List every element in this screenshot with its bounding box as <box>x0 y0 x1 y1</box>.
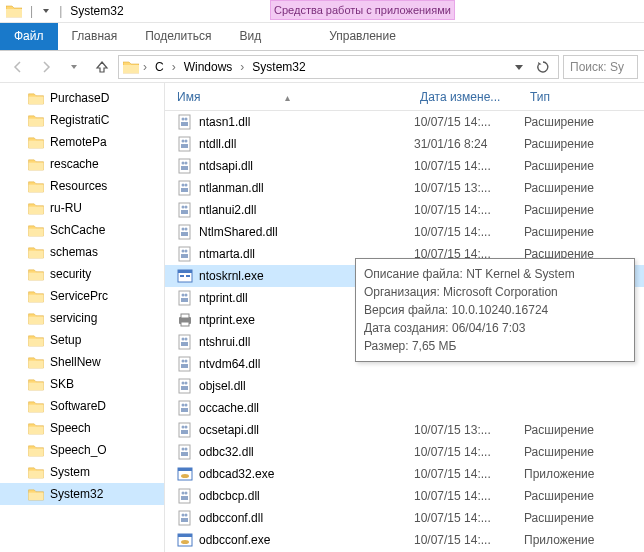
crumb-system32[interactable]: System32 <box>248 58 309 76</box>
crumb-c[interactable]: C <box>151 58 168 76</box>
sort-indicator-icon: ▴ <box>285 92 290 103</box>
col-header-type[interactable]: Тип <box>530 90 644 104</box>
file-row[interactable]: odbcad32.exe10/07/15 14:...Приложение <box>165 463 644 485</box>
file-row[interactable]: NtlmShared.dll10/07/15 14:...Расширение <box>165 221 644 243</box>
dll-file-icon <box>177 246 193 262</box>
tree-folder-item[interactable]: ServicePrc <box>0 285 164 307</box>
tab-share[interactable]: Поделиться <box>131 23 225 50</box>
file-row[interactable]: ntdll.dll31/01/16 8:24Расширение <box>165 133 644 155</box>
file-name: ntoskrnl.exe <box>199 269 264 283</box>
file-name: odbcconf.dll <box>199 511 263 525</box>
tree-item-label: RegistratiC <box>50 113 109 127</box>
ribbon-tabs: Файл Главная Поделиться Вид Управление <box>0 23 644 51</box>
file-type: Приложение <box>524 467 644 481</box>
file-date: 10/07/15 14:... <box>414 115 524 129</box>
folder-icon <box>28 136 44 149</box>
tree-item-label: System <box>50 465 90 479</box>
nav-back-button[interactable] <box>6 55 30 79</box>
folder-tree: PurchaseDRegistratiCRemoteParescacheReso… <box>0 83 165 552</box>
col-header-name[interactable]: Имя ▴ <box>165 90 420 104</box>
file-name: odbcad32.exe <box>199 467 274 481</box>
tree-folder-item[interactable]: schemas <box>0 241 164 263</box>
tree-folder-item[interactable]: PurchaseD <box>0 87 164 109</box>
chevron-icon[interactable]: › <box>141 60 149 74</box>
exe-file-icon <box>177 268 193 284</box>
folder-icon <box>28 334 44 347</box>
title-divider: | <box>28 4 35 18</box>
tree-folder-item[interactable]: Speech_O <box>0 439 164 461</box>
tree-folder-item[interactable]: Setup <box>0 329 164 351</box>
chevron-icon[interactable]: › <box>238 60 246 74</box>
dll-file-icon <box>177 290 193 306</box>
tree-folder-item[interactable]: System32 <box>0 483 164 505</box>
dll-file-icon <box>177 114 193 130</box>
tree-item-label: Resources <box>50 179 107 193</box>
file-name: ntasn1.dll <box>199 115 250 129</box>
tree-item-label: RemotePa <box>50 135 107 149</box>
nav-up-button[interactable] <box>90 55 114 79</box>
search-placeholder: Поиск: Sy <box>570 60 624 74</box>
file-name: occache.dll <box>199 401 259 415</box>
file-date: 10/07/15 14:... <box>414 203 524 217</box>
file-type: Расширение <box>524 423 644 437</box>
address-dropdown-button[interactable] <box>508 56 530 78</box>
file-row[interactable]: ntlanman.dll10/07/15 13:...Расширение <box>165 177 644 199</box>
tree-folder-item[interactable]: RemotePa <box>0 131 164 153</box>
tree-folder-item[interactable]: rescache <box>0 153 164 175</box>
chevron-icon[interactable]: › <box>170 60 178 74</box>
file-row[interactable]: objsel.dll <box>165 375 644 397</box>
ribbon-context-header: Средства работы с приложениями <box>270 0 455 20</box>
file-row[interactable]: ntdsapi.dll10/07/15 14:...Расширение <box>165 155 644 177</box>
tree-item-label: ru-RU <box>50 201 82 215</box>
tab-view[interactable]: Вид <box>225 23 275 50</box>
nav-bar: › C › Windows › System32 Поиск: Sy <box>0 51 644 83</box>
file-date: 10/07/15 14:... <box>414 467 524 481</box>
tree-folder-item[interactable]: RegistratiC <box>0 109 164 131</box>
file-date: 31/01/16 8:24 <box>414 137 524 151</box>
folder-icon <box>28 290 44 303</box>
tab-home[interactable]: Главная <box>58 23 132 50</box>
address-bar[interactable]: › C › Windows › System32 <box>118 55 559 79</box>
tab-manage[interactable]: Управление <box>270 23 455 49</box>
file-row[interactable]: occache.dll <box>165 397 644 419</box>
title-dropdown-icon[interactable] <box>41 6 51 16</box>
nav-recent-dropdown[interactable] <box>62 55 86 79</box>
tree-folder-item[interactable]: ru-RU <box>0 197 164 219</box>
tree-folder-item[interactable]: SoftwareD <box>0 395 164 417</box>
col-header-date[interactable]: Дата измене... <box>420 90 530 104</box>
file-tooltip: Описание файла: NT Kernel & System Орган… <box>355 258 635 362</box>
tree-folder-item[interactable]: SKB <box>0 373 164 395</box>
tab-file[interactable]: Файл <box>0 23 58 50</box>
file-row[interactable]: odbcconf.dll10/07/15 14:...Расширение <box>165 507 644 529</box>
refresh-button[interactable] <box>532 56 554 78</box>
file-type: Расширение <box>524 137 644 151</box>
tree-item-label: SoftwareD <box>50 399 106 413</box>
crumb-windows[interactable]: Windows <box>180 58 237 76</box>
file-row[interactable]: ocsetapi.dll10/07/15 13:...Расширение <box>165 419 644 441</box>
file-row[interactable]: odbcbcp.dll10/07/15 14:...Расширение <box>165 485 644 507</box>
file-name: ntvdm64.dll <box>199 357 260 371</box>
folder-icon <box>28 246 44 259</box>
tree-folder-item[interactable]: Speech <box>0 417 164 439</box>
tree-folder-item[interactable]: ShellNew <box>0 351 164 373</box>
tree-folder-item[interactable]: System <box>0 461 164 483</box>
file-row[interactable]: odbcconf.exe10/07/15 14:...Приложение <box>165 529 644 551</box>
tree-folder-item[interactable]: servicing <box>0 307 164 329</box>
tree-folder-item[interactable]: SchCache <box>0 219 164 241</box>
file-type: Расширение <box>524 445 644 459</box>
file-row[interactable]: odbc32.dll10/07/15 14:...Расширение <box>165 441 644 463</box>
file-row[interactable]: ntasn1.dll10/07/15 14:...Расширение <box>165 111 644 133</box>
file-name: ntshrui.dll <box>199 335 250 349</box>
file-name: odbc32.dll <box>199 445 254 459</box>
tree-folder-item[interactable]: Resources <box>0 175 164 197</box>
tooltip-created: Дата создания: 06/04/16 7:03 <box>364 319 626 337</box>
tree-folder-item[interactable]: security <box>0 263 164 285</box>
file-date: 10/07/15 14:... <box>414 159 524 173</box>
search-input[interactable]: Поиск: Sy <box>563 55 638 79</box>
column-headers: Имя ▴ Дата измене... Тип <box>165 83 644 111</box>
file-row[interactable]: ntlanui2.dll10/07/15 14:...Расширение <box>165 199 644 221</box>
dll-file-icon <box>177 378 193 394</box>
dll-file-icon <box>177 356 193 372</box>
nav-forward-button[interactable] <box>34 55 58 79</box>
file-name: ntlanui2.dll <box>199 203 256 217</box>
